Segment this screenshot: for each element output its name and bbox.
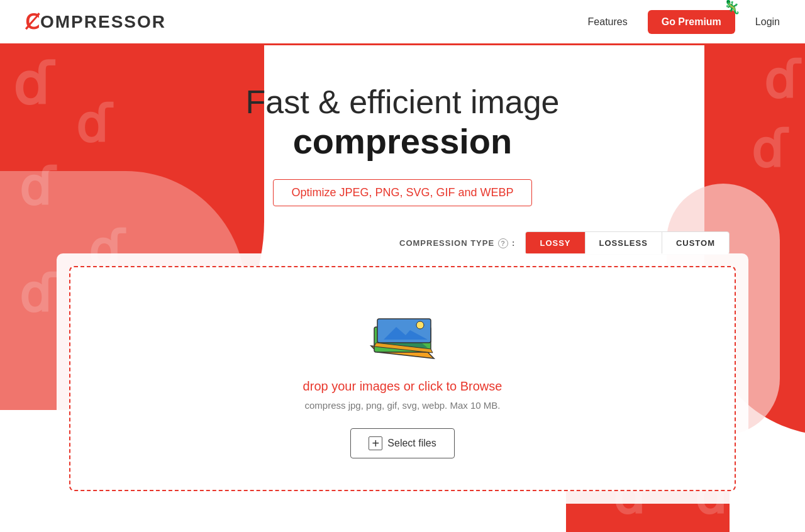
nav-features-link[interactable]: Features xyxy=(588,16,628,28)
dropzone[interactable]: drop your images or click to Browse comp… xyxy=(69,266,736,491)
subtitle-badge: Optimize JPEG, PNG, SVG, GIF and WEBP xyxy=(273,179,531,206)
compression-info-icon[interactable]: ? xyxy=(498,238,508,248)
header: Ȼ OMPRESSOR Features Go Premium 🦎 Login xyxy=(0,0,805,45)
main-content: Fast & efficient image compression Optim… xyxy=(0,45,805,529)
compression-lossy-button[interactable]: LOSSY xyxy=(526,232,585,254)
compression-custom-button[interactable]: CUSTOM xyxy=(662,232,729,254)
compression-colon: : xyxy=(512,238,515,248)
select-plus-icon: + xyxy=(369,436,382,450)
logo-text: OMPRESSOR xyxy=(40,12,166,32)
compression-lossless-button[interactable]: LOSSLESS xyxy=(586,232,662,254)
premium-label: Go Premium xyxy=(662,16,721,28)
go-premium-button[interactable]: Go Premium 🦎 xyxy=(648,10,735,34)
hero-title-line1: Fast & efficient image xyxy=(245,83,559,121)
compression-type-row: COMPRESSION TYPE ? : LOSSY LOSSLESS CUST… xyxy=(399,231,730,255)
hero-title: Fast & efficient image compression xyxy=(245,83,559,162)
hero-title-line2: compression xyxy=(245,121,559,162)
select-files-button[interactable]: + Select files xyxy=(350,428,454,458)
drop-text-sub: compress jpg, png, gif, svg, webp. Max 1… xyxy=(305,400,501,411)
compression-type-label: COMPRESSION TYPE ? : xyxy=(399,238,515,248)
login-link[interactable]: Login xyxy=(755,16,780,28)
compression-buttons: LOSSY LOSSLESS CUSTOM xyxy=(525,231,730,255)
logo[interactable]: Ȼ OMPRESSOR xyxy=(25,10,166,34)
select-files-label: Select files xyxy=(387,438,436,449)
compression-label-text: COMPRESSION TYPE xyxy=(399,238,494,248)
svg-point-6 xyxy=(416,321,424,329)
logo-icon: Ȼ xyxy=(25,10,39,34)
dropzone-section: drop your images or click to Browse comp… xyxy=(57,253,748,504)
drop-text-main: drop your images or click to Browse xyxy=(303,379,502,394)
upload-image-icon xyxy=(365,305,440,362)
frog-icon: 🦎 xyxy=(723,0,740,15)
header-nav: Features Go Premium 🦎 Login xyxy=(588,10,780,34)
